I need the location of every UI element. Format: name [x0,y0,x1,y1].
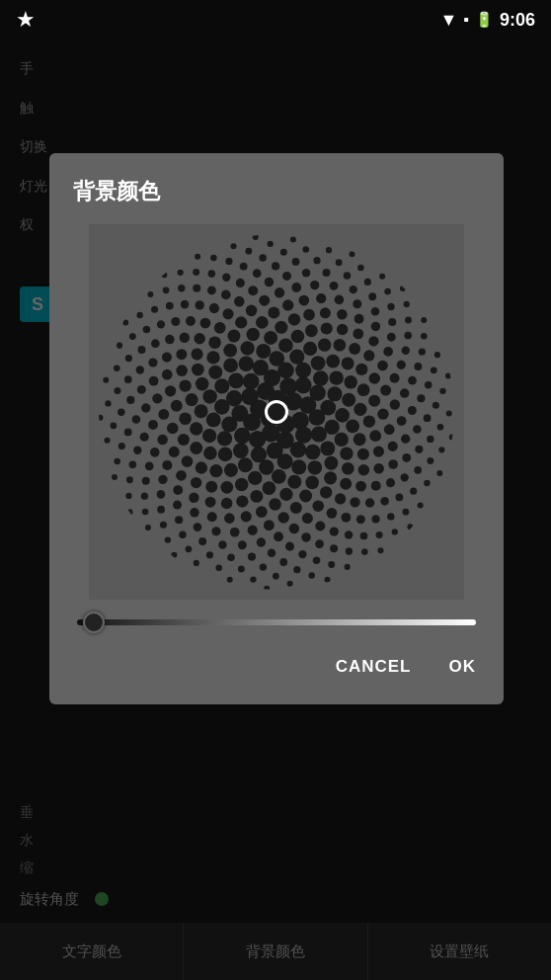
star-icon: ★ [16,7,36,33]
wifi-icon: ▼ [439,10,457,31]
dialog-buttons: CANCEL OK [73,649,480,685]
status-bar: ★ ▼ ▪ 🔋 9:06 [0,0,551,40]
battery-icon: 🔋 [475,11,494,29]
signal-icon: ▪ [463,11,469,29]
status-right: ▼ ▪ 🔋 9:06 [439,10,535,31]
brightness-slider-track[interactable] [77,619,476,625]
brightness-slider-row[interactable] [73,619,480,625]
ok-button[interactable]: OK [445,649,481,685]
color-wheel[interactable] [89,224,464,600]
status-time: 9:06 [500,10,535,31]
dialog-title: 背景颜色 [73,177,480,206]
color-wheel-container[interactable] [73,224,480,600]
color-dialog: 背景颜色 CANCEL OK [49,153,504,704]
brightness-slider-thumb[interactable] [83,612,105,633]
cancel-button[interactable]: CANCEL [332,649,416,685]
